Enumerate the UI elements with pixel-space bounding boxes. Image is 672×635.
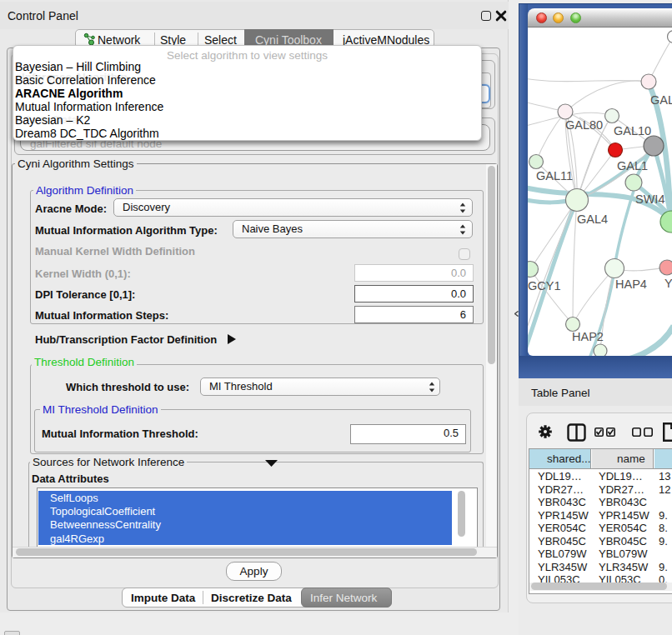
svg-text:HAP4: HAP4 <box>615 278 647 291</box>
svg-text:YJ: YJ <box>664 277 672 290</box>
svg-text:GAL80: GAL80 <box>565 118 603 132</box>
svg-text:GAL4: GAL4 <box>577 212 608 226</box>
svg-text:HAP2: HAP2 <box>572 330 604 343</box>
svg-text:GAL7: GAL7 <box>650 93 672 107</box>
svg-text:GAL10: GAL10 <box>614 124 651 138</box>
svg-text:GCY1: GCY1 <box>528 279 561 292</box>
svg-text:SWI4: SWI4 <box>635 192 664 206</box>
svg-text:GAL1: GAL1 <box>617 159 648 172</box>
svg-text:GAL11: GAL11 <box>536 169 573 182</box>
